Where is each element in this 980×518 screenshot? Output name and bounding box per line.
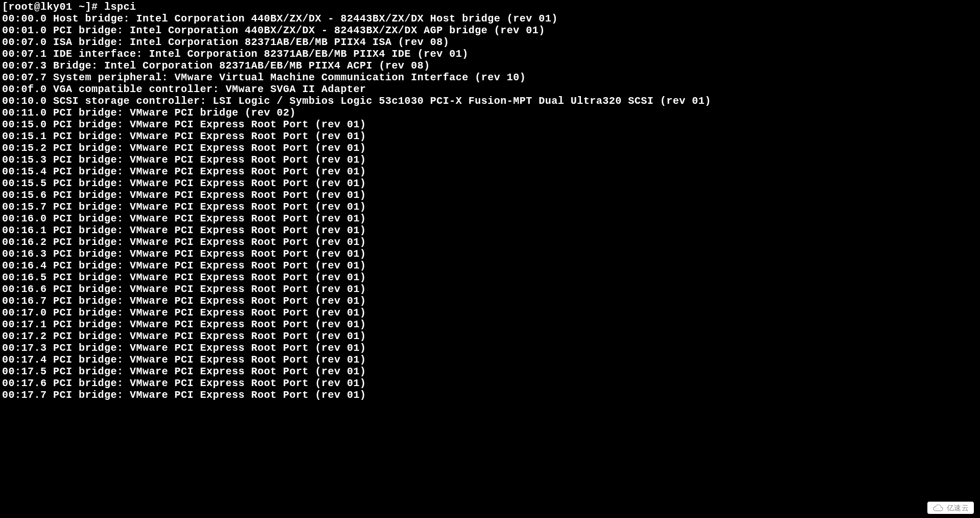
terminal-output-line: 00:01.0 PCI bridge: Intel Corporation 44… xyxy=(2,25,978,36)
terminal-output-line: 00:16.6 PCI bridge: VMware PCI Express R… xyxy=(2,283,978,295)
terminal-output-line: 00:16.5 PCI bridge: VMware PCI Express R… xyxy=(2,272,978,283)
terminal-output-line: 00:17.0 PCI bridge: VMware PCI Express R… xyxy=(2,307,978,319)
terminal-output-line: 00:15.6 PCI bridge: VMware PCI Express R… xyxy=(2,189,978,201)
terminal-output-line: 00:15.0 PCI bridge: VMware PCI Express R… xyxy=(2,119,978,130)
terminal-output-line: 00:07.0 ISA bridge: Intel Corporation 82… xyxy=(2,36,978,48)
cloud-icon xyxy=(932,504,944,511)
terminal-output-line: 00:07.3 Bridge: Intel Corporation 82371A… xyxy=(2,60,978,72)
terminal-output-line: 00:17.1 PCI bridge: VMware PCI Express R… xyxy=(2,319,978,330)
terminal-output-line: 00:15.5 PCI bridge: VMware PCI Express R… xyxy=(2,177,978,189)
terminal-output-line: 00:16.7 PCI bridge: VMware PCI Express R… xyxy=(2,295,978,307)
watermark-text: 亿速云 xyxy=(947,504,969,512)
terminal-output-line: 00:11.0 PCI bridge: VMware PCI bridge (r… xyxy=(2,107,978,119)
terminal-output-line: 00:17.2 PCI bridge: VMware PCI Express R… xyxy=(2,330,978,342)
terminal-output-line: 00:17.5 PCI bridge: VMware PCI Express R… xyxy=(2,366,978,377)
terminal-prompt-line: [root@lky01 ~]# lspci xyxy=(2,1,978,13)
terminal-output-line: 00:00.0 Host bridge: Intel Corporation 4… xyxy=(2,13,978,25)
terminal-output-line: 00:07.1 IDE interface: Intel Corporation… xyxy=(2,48,978,60)
terminal-output-line: 00:17.7 PCI bridge: VMware PCI Express R… xyxy=(2,389,978,401)
terminal-output-line: 00:15.7 PCI bridge: VMware PCI Express R… xyxy=(2,201,978,213)
terminal-output-line: 00:15.3 PCI bridge: VMware PCI Express R… xyxy=(2,154,978,166)
terminal-output-line: 00:17.3 PCI bridge: VMware PCI Express R… xyxy=(2,342,978,354)
svg-point-0 xyxy=(936,508,936,508)
terminal-output-line: 00:16.3 PCI bridge: VMware PCI Express R… xyxy=(2,248,978,260)
terminal-output-line: 00:15.4 PCI bridge: VMware PCI Express R… xyxy=(2,166,978,177)
terminal-output-line: 00:16.2 PCI bridge: VMware PCI Express R… xyxy=(2,236,978,248)
terminal-output[interactable]: [root@lky01 ~]# lspci 00:00.0 Host bridg… xyxy=(2,1,978,401)
terminal-output-line: 00:16.0 PCI bridge: VMware PCI Express R… xyxy=(2,213,978,224)
svg-point-1 xyxy=(938,508,938,508)
terminal-output-line: 00:10.0 SCSI storage controller: LSI Log… xyxy=(2,95,978,107)
terminal-output-line: 00:17.6 PCI bridge: VMware PCI Express R… xyxy=(2,377,978,389)
terminal-output-line: 00:07.7 System peripheral: VMware Virtua… xyxy=(2,72,978,83)
terminal-output-line: 00:17.4 PCI bridge: VMware PCI Express R… xyxy=(2,354,978,366)
terminal-output-line: 00:0f.0 VGA compatible controller: VMwar… xyxy=(2,83,978,95)
terminal-output-line: 00:16.1 PCI bridge: VMware PCI Express R… xyxy=(2,224,978,236)
watermark-badge: 亿速云 xyxy=(927,502,974,514)
terminal-output-line: 00:15.1 PCI bridge: VMware PCI Express R… xyxy=(2,130,978,142)
terminal-output-line: 00:16.4 PCI bridge: VMware PCI Express R… xyxy=(2,260,978,272)
terminal-output-line: 00:15.2 PCI bridge: VMware PCI Express R… xyxy=(2,142,978,154)
